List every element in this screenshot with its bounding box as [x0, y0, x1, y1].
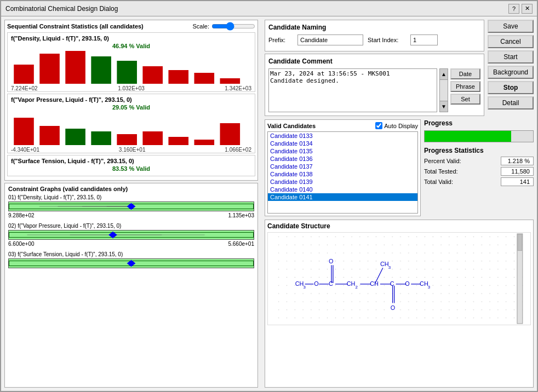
constraint-title-1: f("Density, Liquid - f(T)", 293.15, 0) [11, 35, 251, 42]
candidates-header: Valid Candidates Auto Display [267, 122, 418, 129]
action-buttons: Save Cancel Start Background Stop Detail [488, 20, 534, 116]
progress-bar-outer [424, 130, 534, 142]
graph-axis-2: 6.600e+00 5.660e+01 [8, 241, 254, 247]
stats-title: Sequential Constraint Statistics (all ca… [7, 23, 144, 30]
structure-canvas: CH 3 O C O [267, 232, 531, 325]
svg-rect-7 [194, 73, 214, 84]
prefix-input[interactable] [297, 34, 363, 45]
auto-display-checkbox[interactable] [375, 122, 382, 129]
left-panel: Sequential Constraint Statistics (all ca… [1, 16, 261, 391]
axis-labels-1: 7.224E+02 1.032E+03 1.342E+03 [11, 85, 251, 91]
svg-text:3: 3 [304, 285, 306, 290]
svg-text:O: O [391, 304, 395, 311]
graph-bar-3 [8, 258, 254, 268]
graph-label-3: 03) f("Surface Tension, Liquid - f(T)", … [8, 251, 254, 257]
candidate-0136[interactable]: Candidate 0136 [268, 155, 417, 163]
graph-min-2: 6.600e+00 [8, 241, 35, 247]
axis-min-1: 7.224E+02 [11, 85, 38, 91]
comment-textarea[interactable]: Mar 23, 2024 at 13:56:55 - MKS001 Candid… [268, 68, 437, 112]
svg-rect-28 [127, 260, 136, 267]
constraint-block-1: f("Density, Liquid - f(T)", 293.15, 0) 4… [7, 32, 255, 92]
scale-label: Scale: [192, 23, 209, 30]
svg-rect-4 [117, 61, 137, 84]
start-button[interactable]: Start [488, 50, 534, 64]
candidate-0137[interactable]: Candidate 0137 [268, 163, 417, 170]
phrase-button[interactable]: Phrase [450, 81, 480, 92]
stop-button[interactable]: Stop [488, 81, 534, 94]
svg-rect-14 [142, 131, 163, 145]
svg-rect-0 [14, 65, 34, 84]
background-button[interactable]: Background [488, 66, 534, 79]
total-tested-label: Total Tested: [424, 168, 458, 175]
progress-title: Progress [424, 119, 534, 127]
svg-rect-2 [65, 51, 85, 84]
percent-valid-label: Percent Valid: [424, 158, 461, 164]
set-button[interactable]: Set [450, 94, 480, 105]
cancel-button[interactable]: Cancel [488, 35, 534, 48]
scrollbar-up[interactable]: ▲ [440, 69, 448, 80]
structure-svg: CH 3 O C O [268, 233, 530, 325]
valid-percent-2: 29.05 % Valid [11, 104, 251, 111]
start-index-label: Start Index: [368, 37, 406, 43]
stats-section: Sequential Constraint Statistics (all ca… [4, 20, 258, 181]
date-button[interactable]: Date [450, 68, 480, 79]
svg-text:CH: CH [420, 280, 428, 287]
candidate-0138[interactable]: Candidate 0138 [268, 170, 417, 178]
candidate-0140[interactable]: Candidate 0140 [268, 186, 417, 193]
detail-button[interactable]: Detail [488, 96, 534, 109]
scale-slider[interactable] [211, 22, 255, 30]
close-button[interactable]: ✕ [522, 4, 533, 14]
prefix-label: Prefix: [268, 37, 293, 43]
graph-axis-1: 9.288e+02 1.135e+03 [8, 212, 254, 218]
candidates-section: Valid Candidates Auto Display Candidate … [265, 119, 421, 216]
help-button[interactable]: ? [508, 4, 519, 14]
candidates-list[interactable]: Candidate 0133 Candidate 0134 Candidate … [267, 131, 418, 214]
graph-label-2: 02) f("Vapor Pressure, Liquid - f(T)", 2… [8, 223, 254, 229]
naming-title: Candidate Naming [268, 24, 480, 31]
stats-header: Sequential Constraint Statistics (all ca… [7, 22, 255, 30]
svg-rect-10 [39, 126, 60, 145]
svg-rect-15 [168, 137, 188, 145]
auto-display-label: Auto Display [384, 123, 418, 129]
constraint-block-2: f("Vapor Pressure, Liquid - f(T)", 293.1… [7, 94, 255, 153]
candidate-0133[interactable]: Candidate 0133 [268, 132, 417, 140]
candidate-0139[interactable]: Candidate 0139 [268, 178, 417, 186]
percent-valid-value: 1.218 % [501, 157, 534, 165]
candidates-title: Valid Candidates [267, 123, 316, 129]
scrollbar-down[interactable]: ▼ [440, 101, 448, 112]
comment-section: Candidate Comment Mar 23, 2024 at 13:56:… [265, 54, 484, 116]
graph-min-1: 9.288e+02 [8, 212, 35, 218]
save-button[interactable]: Save [488, 20, 534, 33]
svg-rect-6 [168, 70, 188, 84]
progress-stats-title: Progress Statistics [424, 147, 534, 154]
svg-text:CH: CH [347, 280, 356, 287]
stat-row-pct: Percent Valid: 1.218 % [424, 157, 534, 165]
svg-rect-59 [518, 234, 522, 251]
svg-text:3: 3 [388, 265, 391, 270]
window-title: Combinatorial Chemical Design Dialog [5, 5, 118, 13]
svg-text:C: C [329, 280, 333, 287]
total-tested-value: 11,580 [501, 167, 534, 176]
main-window: Combinatorial Chemical Design Dialog ? ✕… [0, 0, 538, 392]
svg-text:O: O [329, 258, 333, 264]
candidate-0141[interactable]: Candidate 0141 [268, 193, 417, 201]
title-bar: Combinatorial Chemical Design Dialog ? ✕ [1, 1, 537, 16]
candidate-0134[interactable]: Candidate 0134 [268, 140, 417, 147]
comment-title: Candidate Comment [268, 57, 480, 65]
svg-rect-12 [91, 131, 111, 145]
scrollbar-track [440, 80, 448, 101]
svg-rect-1 [39, 54, 60, 84]
svg-rect-5 [142, 66, 163, 84]
progress-stats: Progress Statistics Percent Valid: 1.218… [424, 147, 534, 186]
axis-labels-2: -4.340E+01 3.160E+01 1.066E+02 [11, 147, 251, 153]
candidate-0135[interactable]: Candidate 0135 [268, 147, 417, 155]
start-index-input[interactable] [410, 34, 438, 45]
structure-title: Candidate Structure [267, 222, 531, 230]
constraint-title-3: f("Surface Tension, Liquid - f(T)", 293.… [11, 158, 251, 164]
constraint-title-2: f("Vapor Pressure, Liquid - f(T)", 293.1… [11, 96, 251, 103]
total-valid-value: 141 [501, 177, 534, 186]
naming-section: Candidate Naming Prefix: Start Index: [265, 20, 484, 51]
svg-rect-27 [108, 232, 117, 239]
svg-text:CH: CH [295, 280, 304, 287]
histogram-2: -4.340E+01 3.160E+01 1.066E+02 [11, 112, 251, 151]
